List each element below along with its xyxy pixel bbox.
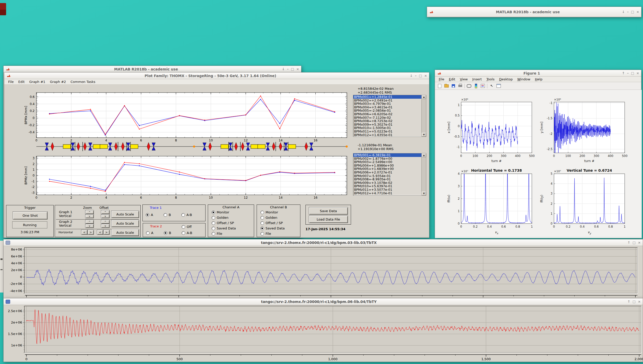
titlebar-tbty[interactable]: tango://srv-2.thomx.fr:20000/ri-c1/dg/bp… [4, 298, 643, 305]
titlebar-plot-family[interactable]: Plot Family: THOMX - StorageRing - 50e-3… [4, 72, 429, 79]
radio-offset-sp[interactable] [260, 221, 264, 225]
maximize-button[interactable]: □ [633, 241, 636, 244]
maximize-button[interactable]: □ [633, 300, 636, 303]
list-item[interactable]: BPMz007=-5.9354e-01 [353, 174, 421, 178]
undock-button[interactable]: ↑ [627, 300, 630, 303]
list-item[interactable]: BPMx003=-4.7979e-01 [353, 102, 421, 106]
graph1-offset-up-button[interactable]: ^ [101, 210, 109, 214]
list-item[interactable]: BPMz006=+2.0727e-01 [353, 171, 421, 174]
scroll-up-button[interactable]: ▲ [422, 153, 426, 157]
figure1-charts[interactable]: 0100200300400500-1-0.500.51×10⁶x [mm]tur… [435, 90, 642, 238]
graph2-offset-down-button[interactable]: v [101, 224, 109, 228]
minimize-button[interactable]: – [287, 67, 289, 71]
menu-desktop[interactable]: Desktop [497, 77, 515, 82]
close-button[interactable]: × [424, 74, 427, 77]
running-indicator[interactable]: Running [12, 221, 47, 228]
radio-offset-sp[interactable] [212, 221, 215, 225]
option-file[interactable]: File [212, 231, 236, 236]
option-file[interactable]: File [260, 231, 285, 236]
bpmz-listbox[interactable]: BPMz001=-6.3819e-01BPMz002=-1.8776e+00BP… [353, 153, 426, 196]
radio-saved-data[interactable] [260, 227, 264, 230]
menu-file[interactable]: File [436, 77, 447, 82]
list-item[interactable]: BPMz009=+3.1078e-02 [353, 181, 421, 185]
minimize-button[interactable]: – [627, 10, 629, 13]
save-data-button[interactable]: Save Data [309, 207, 348, 214]
horizontal-zoom-right-button[interactable]: > [88, 230, 94, 235]
radio-a-b[interactable] [181, 213, 185, 217]
option-golden[interactable]: Golden [260, 215, 285, 220]
close-button[interactable]: × [638, 300, 641, 303]
option-monitor[interactable]: Monitor [260, 210, 285, 215]
list-item[interactable]: BPMx005=-2.0856e-01 [353, 109, 421, 112]
scrollbar[interactable]: ▲▼ [421, 95, 426, 137]
one-shot-button[interactable]: One Shot [13, 212, 47, 219]
menu-common-tasks[interactable]: Common Tasks [68, 79, 98, 84]
menu-tools[interactable]: Tools [484, 77, 497, 82]
radio-monitor[interactable] [212, 211, 215, 214]
tbty-chart[interactable]: 2.5e+062e+061.5e+061e+0605001,0001,5002,… [4, 305, 643, 362]
pointer-icon[interactable]: ↖ [489, 84, 494, 88]
list-item[interactable]: BPMx007=-7.1120e-02 [353, 116, 421, 120]
option-offset-sp[interactable]: Offset / SP [260, 220, 285, 226]
trace2-off-option[interactable]: Off [182, 225, 192, 229]
option-b[interactable]: B [164, 213, 181, 217]
menu-graph-1[interactable]: Graph #1 [27, 79, 48, 84]
option-a[interactable]: A [146, 231, 164, 235]
list-item[interactable]: BPMx010=-1.5005e-01 [353, 126, 421, 130]
option-saved-data[interactable]: Saved Data [212, 226, 236, 231]
list-item[interactable]: BPMz011=+3.5077e-01 [353, 188, 421, 192]
print-figure-icon[interactable] [458, 84, 463, 88]
horizontal-zoom-left-button[interactable]: < [81, 230, 87, 235]
list-item[interactable]: BPMz005=+1.6839e+00 [353, 167, 421, 171]
list-item[interactable]: BPMx008=+8.7253e-02 [353, 119, 421, 123]
insert-colorbar-icon[interactable] [473, 84, 478, 88]
list-item[interactable]: BPMz010=+5.6397e-01 [353, 184, 421, 188]
horizontal-autoscale-button[interactable]: Auto Scale [111, 229, 139, 236]
radio-file[interactable] [260, 232, 264, 236]
minimize-button[interactable]: – [627, 71, 629, 75]
graph1-zoom-up-button[interactable]: ^ [85, 210, 94, 214]
list-item[interactable]: BPMx004=+3.4615e-01 [353, 106, 421, 109]
scroll-down-button[interactable]: ▼ [422, 192, 426, 195]
radio-golden[interactable] [212, 216, 215, 220]
undock-button[interactable]: ↑ [622, 71, 625, 75]
menu-file[interactable]: File [6, 79, 16, 84]
menu-edit[interactable]: Edit [447, 77, 458, 82]
menu-edit[interactable]: Edit [16, 79, 27, 84]
list-item[interactable]: BPMz012=+4.7710e-01 [353, 192, 421, 195]
minimize-button[interactable]: – [415, 74, 417, 77]
titlebar-matlab-main[interactable]: MATLAB R2018b - academic use ↓–□× [4, 66, 301, 72]
radio-file[interactable] [212, 232, 215, 236]
titlebar-figure1[interactable]: Figure 1 ↑–□× [435, 70, 641, 77]
list-item[interactable]: BPMx002=+2.0491e-01 [353, 99, 421, 102]
menu-help[interactable]: Help [533, 77, 545, 82]
maximize-button[interactable]: □ [291, 67, 294, 71]
maximize-button[interactable]: □ [631, 71, 634, 75]
radio-a[interactable] [146, 231, 150, 235]
titlebar-matlab-top[interactable]: MATLAB R2018b - academic use ↓–□× [427, 7, 641, 17]
radio-golden[interactable] [260, 216, 264, 220]
option-b[interactable]: B [164, 231, 182, 235]
option-golden[interactable]: Golden [212, 215, 236, 220]
menu-graph-2[interactable]: Graph #2 [48, 79, 68, 84]
list-item[interactable]: BPMz008=-8.9935e-01 [353, 178, 421, 181]
save-figure-icon[interactable] [451, 84, 456, 88]
scroll-down-button[interactable]: ▼ [422, 133, 426, 137]
maximize-button[interactable]: □ [631, 10, 634, 13]
option-a-b[interactable]: A-B [181, 213, 199, 217]
list-item[interactable]: BPMx001=+1.2845e-01 [353, 95, 421, 99]
insert-legend-icon[interactable] [480, 84, 485, 88]
list-item[interactable]: BPMz001=-6.3819e-01 [353, 153, 421, 157]
menu-window[interactable]: Window [515, 77, 533, 82]
close-button[interactable]: × [638, 241, 641, 244]
open-file-icon[interactable] [444, 84, 449, 88]
graph1-zoom-down-button[interactable]: v [85, 214, 94, 218]
close-button[interactable]: × [296, 67, 299, 71]
radio-a[interactable] [146, 213, 149, 217]
option-offset-sp[interactable]: Offset / SP [212, 220, 236, 226]
maximize-button[interactable]: □ [419, 74, 422, 77]
radio-saved-data[interactable] [212, 227, 215, 230]
scrollbar[interactable]: ▲▼ [421, 153, 426, 195]
menu-view[interactable]: View [458, 77, 470, 82]
graph1-autoscale-button[interactable]: Auto Scale [111, 211, 139, 218]
